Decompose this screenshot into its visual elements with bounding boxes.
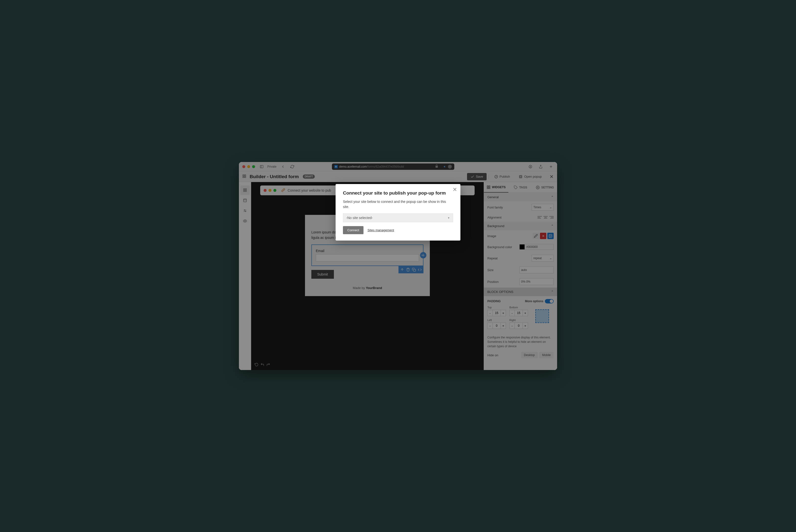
modal-overlay[interactable]: ✕ Connect your site to publish your pop-… <box>239 162 557 370</box>
browser-window: Private M demo.acellemail.com/forms/62a0… <box>239 162 557 370</box>
modal-close-icon[interactable]: ✕ <box>453 187 457 193</box>
chevron-down-icon: ▼ <box>448 216 450 219</box>
connect-site-modal: ✕ Connect your site to publish your pop-… <box>336 184 460 241</box>
modal-description: Select your site below to connect and th… <box>343 199 453 209</box>
sites-management-link[interactable]: Sites management <box>367 228 394 232</box>
site-select[interactable]: -No site selected-▼ <box>343 213 453 222</box>
connect-button[interactable]: Connect <box>343 226 363 234</box>
modal-title: Connect your site to publish your pop-up… <box>343 190 453 196</box>
